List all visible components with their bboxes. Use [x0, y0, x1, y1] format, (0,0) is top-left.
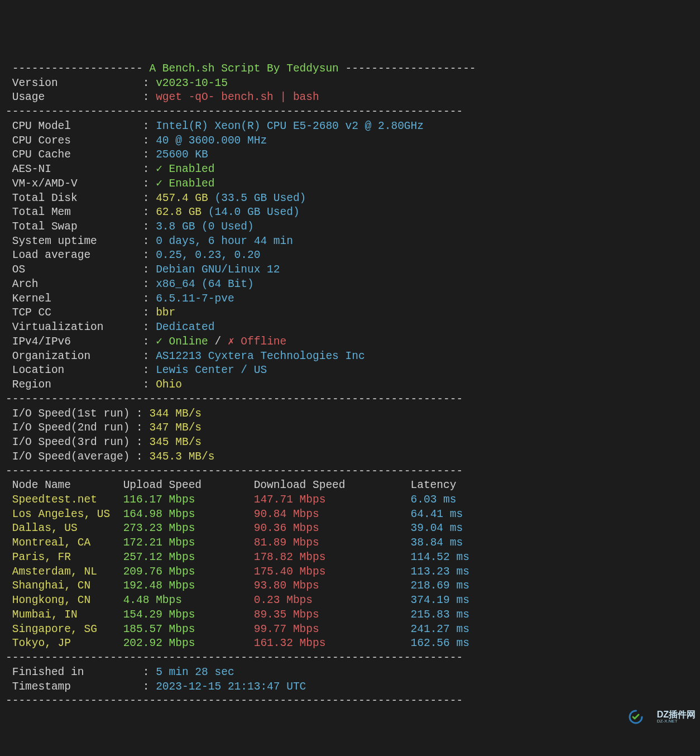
node-name-9: Singapore, SG	[12, 623, 123, 635]
latency-4: 114.52 ms	[411, 551, 469, 563]
uptime: 0 days, 6 hour 44 min	[156, 235, 293, 247]
virtualization: Dedicated	[156, 321, 214, 333]
load-average: 0.25, 0.23, 0.20	[156, 249, 260, 261]
region: Ohio	[156, 379, 182, 391]
watermark-logo-icon	[629, 681, 655, 753]
node-name-1: Los Angeles, US	[12, 508, 123, 520]
total-disk: 457.4 GB	[156, 192, 208, 204]
download-3: 81.89 Mbps	[254, 537, 411, 549]
script-title: A Bench.sh Script By Teddysun	[149, 63, 338, 75]
node-name-0: Speedtest.net	[12, 494, 123, 506]
organization: AS12213 Cyxtera Technologies Inc	[156, 350, 365, 362]
disk-used: (33.5 GB Used)	[214, 192, 306, 204]
node-name-7: Hongkong, CN	[12, 594, 123, 606]
node-name-5: Amsterdam, NL	[12, 566, 123, 578]
io-run-1: 344 MB/s	[149, 408, 202, 420]
upload-6: 192.48 Mbps	[123, 580, 254, 592]
cpu-cores: 40 @ 3600.000 MHz	[156, 135, 267, 147]
timestamp: 2023-12-15 21:13:47 UTC	[156, 681, 306, 693]
watermark-subtext: DZ-X.NET	[657, 719, 696, 724]
upload-5: 209.76 Mbps	[123, 566, 254, 578]
download-10: 161.32 Mbps	[254, 637, 411, 649]
upload-1: 164.98 Mbps	[123, 508, 254, 520]
download-6: 93.80 Mbps	[254, 580, 411, 592]
upload-4: 257.12 Mbps	[123, 551, 254, 563]
download-5: 175.40 Mbps	[254, 566, 411, 578]
latency-6: 218.69 ms	[411, 580, 469, 592]
watermark: DZ插件网 DZ-X.NET	[629, 681, 696, 753]
download-7: 0.23 Mbps	[254, 594, 411, 606]
node-name-8: Mumbai, IN	[12, 609, 123, 621]
upload-10: 202.92 Mbps	[123, 637, 254, 649]
total-swap: 3.8 GB (0 Used)	[156, 221, 254, 233]
finished: 5 min 28 sec	[156, 666, 234, 678]
latency-5: 113.23 ms	[411, 566, 469, 578]
cpu-model: Intel(R) Xeon(R) CPU E5-2680 v2 @ 2.80GH…	[156, 120, 424, 132]
download-9: 99.77 Mbps	[254, 623, 411, 635]
download-2: 90.36 Mbps	[254, 522, 411, 534]
kernel: 6.5.11-7-pve	[156, 293, 234, 305]
io-run-3: 345 MB/s	[149, 436, 202, 448]
node-name-10: Tokyo, JP	[12, 637, 123, 649]
upload-2: 273.23 Mbps	[123, 522, 254, 534]
vmx: ✓ Enabled	[156, 178, 214, 190]
node-name-4: Paris, FR	[12, 551, 123, 563]
os: Debian GNU/Linux 12	[156, 264, 280, 276]
location: Lewis Center / US	[156, 364, 267, 376]
download-4: 178.82 Mbps	[254, 551, 411, 563]
arch: x86_64 (64 Bit)	[156, 278, 254, 290]
io-average: 345.3 MB/s	[149, 451, 214, 463]
latency-9: 241.27 ms	[411, 623, 469, 635]
upload-3: 172.21 Mbps	[123, 537, 254, 549]
aes-ni: ✓ Enabled	[156, 163, 214, 175]
latency-1: 64.41 ms	[411, 508, 463, 520]
node-name-3: Montreal, CA	[12, 537, 123, 549]
mem-used: (14.0 GB Used)	[208, 206, 300, 218]
upload-8: 154.29 Mbps	[123, 609, 254, 621]
upload-0: 116.17 Mbps	[123, 494, 254, 506]
usage-value: wget -qO- bench.sh | bash	[156, 91, 319, 103]
latency-7: 374.19 ms	[411, 594, 469, 606]
node-name-6: Shanghai, CN	[12, 580, 123, 592]
io-run-2: 347 MB/s	[149, 422, 202, 434]
upload-9: 185.57 Mbps	[123, 623, 254, 635]
version-value: v2023-10-15	[156, 77, 228, 89]
total-mem: 62.8 GB	[156, 206, 202, 218]
ipv4: ✓ Online	[156, 336, 208, 348]
download-0: 147.71 Mbps	[254, 494, 411, 506]
terminal-output: -------------------- A Bench.sh Script B…	[6, 62, 694, 709]
upload-7: 4.48 Mbps	[123, 594, 254, 606]
ipv6: ✗ Offline	[228, 336, 286, 348]
download-1: 90.84 Mbps	[254, 508, 411, 520]
node-name-2: Dallas, US	[12, 522, 123, 534]
tcp-cc: bbr	[156, 307, 175, 319]
latency-8: 215.83 ms	[411, 609, 469, 621]
watermark-text: DZ插件网	[657, 710, 696, 719]
latency-0: 6.03 ms	[411, 494, 457, 506]
latency-3: 38.84 ms	[411, 537, 463, 549]
latency-2: 39.04 ms	[411, 522, 463, 534]
download-8: 89.35 Mbps	[254, 609, 411, 621]
cpu-cache: 25600 KB	[156, 149, 208, 161]
latency-10: 162.56 ms	[411, 637, 469, 649]
